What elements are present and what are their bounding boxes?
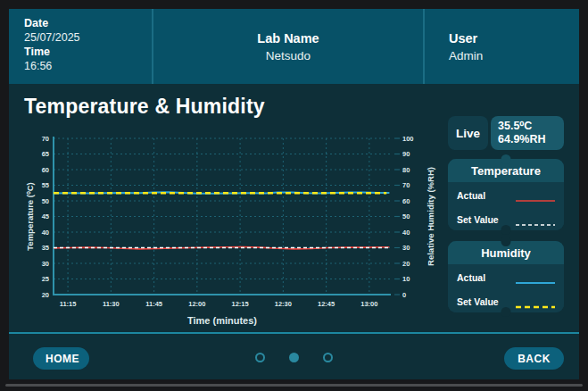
- svg-text:30: 30: [42, 260, 49, 268]
- live-humidity-value: 64.9%RH: [498, 133, 564, 146]
- svg-text:60: 60: [402, 197, 410, 205]
- svg-text:12:00: 12:00: [188, 300, 205, 308]
- svg-text:40: 40: [42, 229, 49, 237]
- svg-text:13:00: 13:00: [360, 300, 377, 308]
- live-readings: Live 35.5⁰C 64.9%RH: [448, 116, 564, 150]
- svg-text:90: 90: [402, 150, 410, 158]
- temperature-setvalue-line-sample: [516, 216, 555, 223]
- svg-text:12:30: 12:30: [275, 300, 292, 308]
- svg-text:10: 10: [402, 275, 410, 283]
- humidity-setvalue-label: Set Value: [457, 296, 499, 307]
- lab-name-label: Lab Name: [257, 29, 319, 47]
- live-temperature-value: 35.5⁰C: [498, 120, 564, 133]
- temperature-setvalue-row: Set Value: [448, 208, 564, 230]
- temperature-humidity-chart: 2025303540455055606570010203040506070809…: [24, 124, 443, 331]
- device-screen: Date 25/07/2025 Time 16:56 Lab Name Nets…: [9, 9, 579, 379]
- temperature-setvalue-label: Set Value: [457, 214, 499, 225]
- header-user-cell: User Admin: [425, 9, 579, 84]
- svg-text:Relative Humidity (%RH): Relative Humidity (%RH): [426, 167, 435, 266]
- header-datetime-cell: Date 25/07/2025 Time 16:56: [9, 9, 152, 84]
- svg-text:50: 50: [402, 212, 410, 220]
- header-labname-cell: Lab Name Netsudo: [153, 9, 423, 84]
- svg-text:50: 50: [42, 197, 49, 205]
- humidity-setvalue-row: Set Value: [448, 290, 564, 312]
- bezel-edge: [5, 384, 583, 387]
- humidity-actual-label: Actual: [457, 272, 485, 283]
- svg-text:55: 55: [42, 181, 49, 189]
- page-title: Temperature & Humidity: [24, 95, 265, 119]
- svg-text:20: 20: [402, 260, 410, 268]
- user-label: User: [449, 29, 579, 47]
- temperature-legend-panel: Temperature Actual Set Value: [448, 159, 564, 230]
- lab-name-value: Netsudo: [266, 47, 311, 64]
- svg-text:100: 100: [402, 135, 414, 143]
- live-badge: Live: [448, 116, 488, 150]
- temperature-actual-label: Actual: [457, 190, 485, 201]
- date-value: 25/07/2025: [24, 30, 152, 45]
- svg-text:20: 20: [42, 291, 49, 299]
- temperature-legend-title: Temperature: [448, 159, 564, 182]
- svg-text:11:15: 11:15: [60, 300, 77, 308]
- svg-text:40: 40: [402, 229, 410, 237]
- svg-text:65: 65: [42, 150, 49, 158]
- humidity-setvalue-line-sample: [516, 298, 555, 305]
- svg-text:11:30: 11:30: [103, 300, 120, 308]
- header: Date 25/07/2025 Time 16:56 Lab Name Nets…: [9, 9, 579, 84]
- svg-text:35: 35: [42, 244, 49, 252]
- time-value: 16:56: [24, 59, 152, 73]
- user-value: Admin: [449, 47, 579, 64]
- svg-text:70: 70: [402, 181, 410, 189]
- humidity-actual-row: Actual: [448, 266, 564, 288]
- footer-divider: [9, 332, 579, 334]
- svg-text:25: 25: [42, 275, 49, 283]
- page-dot[interactable]: [255, 353, 265, 362]
- temperature-actual-row: Actual: [448, 184, 564, 206]
- humidity-legend-panel: Humidity Actual Set Value: [448, 241, 564, 312]
- svg-text:45: 45: [42, 212, 49, 220]
- page-dot-active[interactable]: [289, 353, 299, 362]
- svg-text:Time (minutes): Time (minutes): [187, 315, 257, 326]
- svg-text:80: 80: [402, 166, 410, 174]
- page-indicator: [9, 353, 579, 362]
- back-button[interactable]: BACK: [504, 347, 564, 370]
- humidity-legend-title: Humidity: [448, 241, 564, 264]
- time-label: Time: [24, 45, 152, 59]
- svg-text:30: 30: [402, 244, 410, 252]
- svg-text:12:45: 12:45: [318, 300, 335, 308]
- svg-text:70: 70: [42, 135, 49, 143]
- live-values: 35.5⁰C 64.9%RH: [491, 116, 564, 150]
- date-label: Date: [24, 16, 152, 30]
- page-dot[interactable]: [323, 353, 333, 362]
- svg-text:11:45: 11:45: [145, 300, 162, 308]
- svg-text:Temperature (⁰C): Temperature (⁰C): [25, 182, 35, 250]
- temperature-actual-line-sample: [516, 192, 555, 199]
- svg-text:60: 60: [42, 166, 49, 174]
- svg-text:0: 0: [402, 291, 406, 299]
- humidity-actual-line-sample: [516, 274, 555, 281]
- svg-text:12:15: 12:15: [232, 300, 249, 308]
